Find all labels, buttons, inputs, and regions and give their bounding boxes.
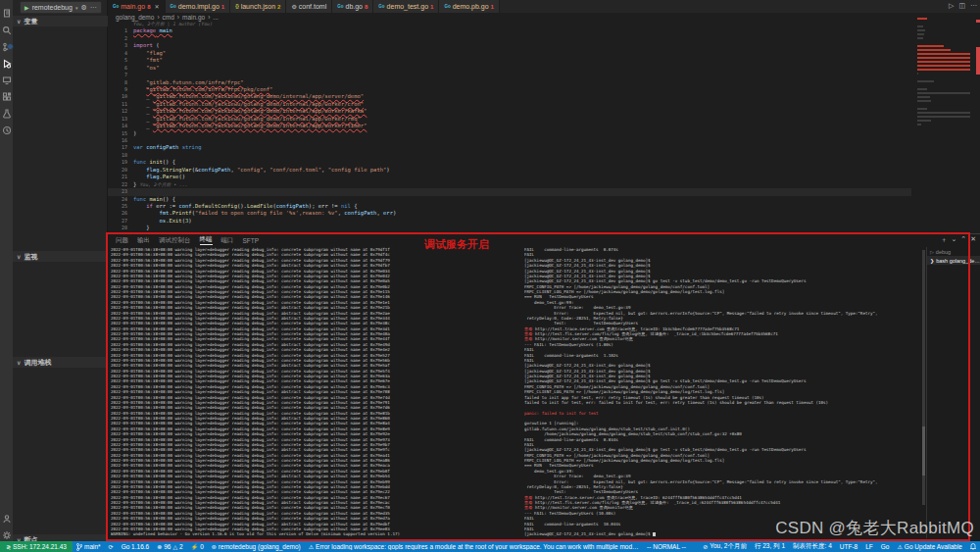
remote-indicator[interactable]: ≷SSH: 172.24.21.43 bbox=[0, 541, 73, 552]
tab-label: db.go bbox=[345, 3, 363, 10]
problem-count-badge: 1 bbox=[430, 4, 433, 10]
editor-tab-demo_test.go[interactable]: Godemo_test.go1 bbox=[373, 0, 439, 13]
vscode-window: ∨变量 ∨监视 ∨调用堆栈 ∨断点 ▶ remotedebug ▾ ⚙ ⋯ Go… bbox=[0, 0, 980, 552]
go-file-icon: Go bbox=[444, 4, 450, 9]
code-line: 2 bbox=[108, 35, 911, 42]
more-actions-icon[interactable]: ⋯ bbox=[970, 2, 977, 10]
code-line: 18 bbox=[108, 152, 911, 159]
watch-section-header[interactable]: ∨监视 bbox=[13, 251, 108, 262]
search-icon[interactable] bbox=[2, 22, 12, 31]
go-update-status[interactable]: ⚠Go Update Available bbox=[893, 543, 966, 550]
run-debug-icon[interactable] bbox=[2, 55, 12, 65]
start-debug-icon[interactable]: ▶ bbox=[24, 4, 29, 11]
terminal-tabs-list: ▷debug❯bash golang_de… bbox=[926, 247, 980, 538]
error-icon: ⊗ bbox=[157, 543, 162, 550]
editor-tab-main.go[interactable]: Gomain.go8✕ bbox=[108, 0, 166, 13]
problems-status[interactable]: ⊗96△2 bbox=[153, 543, 187, 550]
panel-tab-调试控制台[interactable]: 调试控制台 bbox=[159, 236, 191, 245]
maximize-panel-icon[interactable]: ⌃ bbox=[960, 235, 966, 245]
panel-tab-bar: 问题输出调试控制台终端端口SFTP bbox=[108, 234, 980, 246]
cursor-position-status[interactable]: 行 23, 列 1 bbox=[751, 542, 789, 551]
warning-icon: △ bbox=[172, 543, 177, 550]
editor-tab-conf.toml[interactable]: ⚙conf.toml bbox=[286, 0, 332, 13]
code-line: 21 flag.Parse() bbox=[108, 174, 911, 180]
code-line: 3import ( bbox=[108, 42, 911, 49]
terminal-scrollbar[interactable] bbox=[922, 250, 925, 505]
eol-status[interactable]: LF bbox=[861, 543, 877, 550]
code-line: 14 _ "gitlab.futunn.com/jackiewu/golang_… bbox=[108, 123, 911, 129]
code-editor[interactable]: You, 2个月前 | 1 author (You)1package main2… bbox=[108, 21, 911, 233]
terminal-tab-debug[interactable]: ▷debug bbox=[927, 247, 980, 256]
chevron-down-icon[interactable]: ⌄ bbox=[951, 235, 956, 245]
editor-tab-demo.impl.go[interactable]: Godemo.impl.go1 bbox=[166, 0, 231, 13]
breadcrumb-separator: › bbox=[177, 14, 179, 21]
chevron-down-icon[interactable]: ▾ bbox=[75, 5, 78, 11]
warning-icon: ⚠ bbox=[897, 543, 902, 550]
variables-section-header[interactable]: ∨变量 bbox=[13, 16, 108, 26]
debug-sidebar: ∨变量 ∨监视 ∨调用堆栈 ∨断点 bbox=[13, 0, 108, 541]
minimap[interactable] bbox=[917, 18, 974, 129]
panel-tab-端口[interactable]: 端口 bbox=[221, 236, 234, 245]
status-bar: ≷SSH: 172.24.21.43 main* ⟳ Go 1.16.6 ⊗96… bbox=[0, 541, 980, 552]
breadcrumb-item[interactable]: golang_demo bbox=[116, 14, 154, 21]
panel-tab-终端[interactable]: 终端 bbox=[200, 235, 213, 245]
vim-mode-status: -- NORMAL -- bbox=[643, 543, 690, 550]
settings-gear-icon[interactable] bbox=[2, 527, 12, 536]
extra-counter-status[interactable]: ⚡0 bbox=[187, 543, 208, 550]
source-control-icon[interactable] bbox=[2, 38, 12, 48]
notifications-bell[interactable] bbox=[966, 543, 980, 550]
terminal-tab-bash golang_de…[interactable]: ❯bash golang_de… bbox=[927, 256, 980, 265]
code-line: 19func init() { bbox=[108, 159, 911, 166]
run-file-icon[interactable]: ▷ bbox=[949, 2, 954, 10]
editor-tab-demo.pb.go[interactable]: Godemo.pb.go1 bbox=[439, 0, 500, 13]
account-icon[interactable] bbox=[2, 510, 12, 520]
breadcrumb-item[interactable]: main.go bbox=[182, 14, 205, 21]
extensions-icon[interactable] bbox=[2, 88, 12, 98]
bash-terminal-output[interactable]: FAIL command-line-arguments 0.074sFAIL[j… bbox=[524, 247, 920, 538]
panel-tab-输出[interactable]: 输出 bbox=[137, 236, 150, 245]
overview-ruler bbox=[976, 18, 980, 214]
blame-status[interactable]: ⊘You, 2个月前 bbox=[699, 542, 751, 551]
history-icon[interactable] bbox=[2, 122, 12, 131]
more-actions-icon[interactable]: ⋯ bbox=[90, 4, 97, 12]
new-terminal-icon[interactable]: ＋ bbox=[940, 235, 947, 245]
git-branch-status[interactable]: main* bbox=[73, 543, 105, 551]
callstack-section-header[interactable]: ∨调用堆栈 bbox=[13, 357, 108, 368]
panel-tab-SFTP[interactable]: SFTP bbox=[243, 237, 260, 244]
gitlens-codelens[interactable]: You, 2个月前 | 1 author (You) bbox=[108, 21, 911, 27]
gopls-warning-status[interactable]: ⚠Error loading workspace: gopls requires… bbox=[305, 543, 643, 550]
breadcrumb-item[interactable]: ... bbox=[213, 14, 218, 21]
chevron-down-icon: ∨ bbox=[17, 18, 21, 25]
code-line: 26 fmt.Printf("failed to open config fil… bbox=[108, 210, 911, 217]
go-file-icon: Go bbox=[171, 4, 176, 9]
explorer-icon[interactable] bbox=[2, 5, 12, 15]
encoding-status[interactable]: UTF-8 bbox=[836, 543, 861, 550]
editor-tab-launch.json[interactable]: {}launch.json2 bbox=[230, 0, 286, 13]
breadcrumb[interactable]: golang_demo›cmd›main.go›... bbox=[108, 13, 980, 21]
breadcrumb-item[interactable]: cmd bbox=[163, 14, 174, 21]
chevron-down-icon: ∨ bbox=[17, 359, 21, 366]
close-panel-icon[interactable]: ✕ bbox=[970, 235, 976, 245]
panel-tab-问题[interactable]: 问题 bbox=[116, 236, 128, 245]
code-line: 10 _ "gitlab.futunn.com/jackiewu/golang_… bbox=[108, 93, 911, 100]
debug-session-status[interactable]: ⊚remotedebug (golang_demo) bbox=[208, 543, 305, 550]
indentation-status[interactable]: 制表符长度: 4 bbox=[789, 542, 836, 551]
close-tab-icon[interactable]: ✕ bbox=[155, 3, 160, 10]
code-line: 13 _ "gitlab.futunn.com/jackiewu/golang_… bbox=[108, 116, 911, 123]
editor-tab-db.go[interactable]: Godb.go8 bbox=[332, 0, 373, 13]
debug-gear-icon[interactable]: ⚙ bbox=[80, 4, 86, 12]
problem-count-badge: 1 bbox=[221, 4, 224, 10]
debug-config-select[interactable]: remotedebug bbox=[32, 4, 73, 11]
code-line: 6 "os" bbox=[108, 65, 911, 72]
test-explorer-icon[interactable] bbox=[2, 105, 12, 115]
sync-status[interactable]: ⟳ bbox=[105, 543, 118, 550]
debug-terminal-output[interactable]: 2022-09-01T00:56:38+08:00 warning layer=… bbox=[111, 247, 522, 538]
panel-actions: ＋ ⌄ ⌃ ✕ bbox=[940, 235, 976, 245]
language-mode-status[interactable]: Go bbox=[877, 543, 894, 550]
code-line: 12 _ "gitlab.futunn.com/jackiewu/golang_… bbox=[108, 108, 911, 115]
code-line: 1package main bbox=[108, 27, 911, 34]
split-editor-icon[interactable]: ◫ bbox=[958, 2, 965, 10]
problem-count-badge: 2 bbox=[277, 4, 280, 10]
go-version-status[interactable]: Go 1.16.6 bbox=[118, 543, 154, 550]
remote-explorer-icon[interactable] bbox=[2, 72, 12, 81]
